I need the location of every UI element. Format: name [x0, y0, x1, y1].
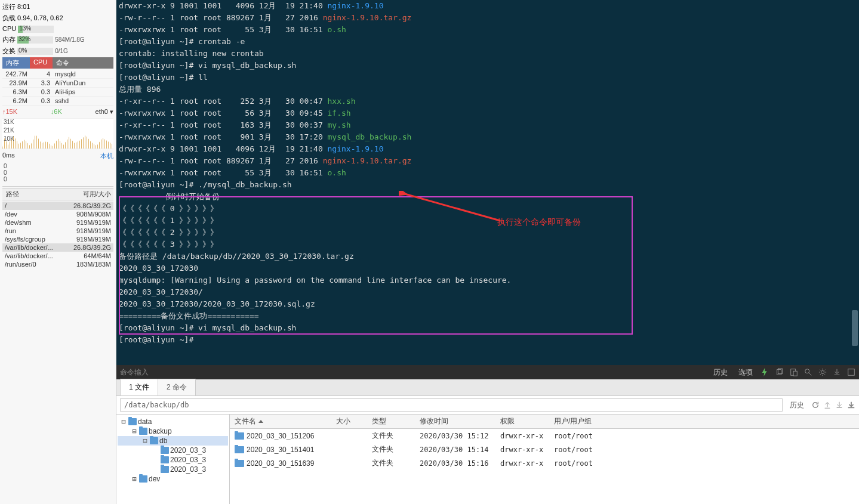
swap-percent: 0%	[19, 47, 27, 54]
latency-host[interactable]: 本机	[100, 151, 113, 160]
tree-item[interactable]: 2020_03_3	[118, 446, 228, 455]
folder-icon	[161, 447, 169, 454]
col-name[interactable]: 文件名	[230, 415, 331, 428]
tab[interactable]: 2 命令	[158, 379, 196, 395]
disk-hdr-avail: 可用/大小	[67, 188, 113, 200]
net-up: ↑15K	[2, 108, 17, 116]
folder-icon	[235, 446, 244, 453]
axis-3: 10K	[4, 135, 14, 142]
sidebar: 运行 8:01 负载 0.94, 0.78, 0.62 CPU 13% 内存 3…	[0, 0, 116, 504]
terminal-scrollbar[interactable]	[852, 310, 858, 346]
upload-icon[interactable]	[823, 401, 832, 409]
options-button[interactable]: 选项	[736, 367, 755, 378]
folder-icon	[139, 475, 147, 483]
mem-label: 内存	[2, 36, 16, 43]
svg-point-7	[821, 370, 824, 373]
file-row[interactable]: 2020_03_30_151639文件夹2020/03/30 15:16drwx…	[230, 456, 859, 470]
folder-icon	[235, 460, 244, 467]
mem-percent: 32%	[19, 36, 30, 42]
disk-row[interactable]: /dev908M/908M	[2, 210, 113, 218]
terminal[interactable]: drwxr-xr-x 9 1001 1001 4096 12月 19 21:40…	[116, 0, 859, 365]
axis-2: 21K	[4, 127, 14, 134]
proc-row[interactable]: 23.9M3.3AliYunDun	[2, 79, 113, 88]
tree-toggle-icon[interactable]: ⊞	[131, 475, 138, 483]
net-down: ↓6K	[51, 108, 62, 116]
mem-text: 584M/1.8G	[55, 36, 84, 43]
proc-row[interactable]: 6.3M0.3AliHips	[2, 88, 113, 97]
tab[interactable]: 1 文件	[120, 379, 158, 395]
search-icon[interactable]	[804, 368, 812, 376]
annotation-text: 执行这个命令即可备份	[497, 216, 581, 228]
tree-item[interactable]: 2020_03_3	[118, 465, 228, 474]
net-iface[interactable]: eth0 ▾	[96, 108, 113, 116]
disk-row[interactable]: /dev/shm919M/919M	[2, 218, 113, 227]
tree-item[interactable]: ⊟db	[118, 436, 228, 446]
download-file-icon[interactable]	[835, 401, 843, 409]
folder-icon	[128, 418, 137, 425]
proc-row[interactable]: 6.2M0.3sshd	[2, 97, 113, 106]
refresh-icon[interactable]	[811, 401, 820, 409]
swap-row: 交换 0% 0/1G	[2, 46, 113, 56]
disk-row[interactable]: /run918M/919M	[2, 227, 113, 235]
download-icon[interactable]	[833, 368, 841, 376]
svg-line-0	[405, 194, 500, 221]
history-button[interactable]: 历史	[711, 367, 730, 378]
disk-row[interactable]: /var/lib/docker/...26.8G/39.2G	[2, 243, 113, 252]
bolt-icon[interactable]	[761, 368, 769, 376]
download-all-icon[interactable]	[847, 401, 855, 409]
col-type[interactable]: 类型	[367, 415, 415, 428]
disk-row[interactable]: /sys/fs/cgroup919M/919M	[2, 235, 113, 243]
path-input[interactable]: /data/backup/db	[120, 398, 783, 412]
expand-icon[interactable]	[847, 368, 855, 376]
tree-item[interactable]: ⊟data	[118, 417, 228, 426]
tree-toggle-icon[interactable]: ⊟	[141, 437, 149, 445]
file-toolbar: /data/backup/db 历史	[116, 396, 859, 415]
file-list-header: 文件名 大小 类型 修改时间 权限 用户/用户组	[230, 415, 859, 429]
col-perm[interactable]: 权限	[495, 415, 549, 428]
tree-item[interactable]: 2020_03_3	[118, 455, 228, 465]
disk-row[interactable]: /run/user/0183M/183M	[2, 260, 113, 268]
proc-table: 242.7M4mysqld23.9M3.3AliYunDun6.3M0.3Ali…	[2, 70, 113, 106]
gear-icon[interactable]	[818, 368, 827, 376]
load: 负载 0.94, 0.78, 0.62	[2, 13, 113, 23]
disk-row[interactable]: /26.8G/39.2G	[2, 202, 113, 210]
col-owner[interactable]: 用户/用户组	[549, 415, 859, 428]
swap-text: 0/1G	[55, 48, 68, 54]
folder-tree[interactable]: ⊟data⊟backup⊟db2020_03_32020_03_32020_03…	[116, 415, 230, 504]
col-size[interactable]: 大小	[331, 415, 367, 428]
file-list[interactable]: 文件名 大小 类型 修改时间 权限 用户/用户组 2020_03_30_1512…	[230, 415, 859, 504]
hdr-cmd: 命令	[53, 57, 113, 69]
folder-icon	[150, 437, 158, 444]
path-history-button[interactable]: 历史	[786, 399, 808, 412]
folder-icon	[161, 456, 169, 463]
file-row[interactable]: 2020_03_30_151206文件夹2020/03/30 15:12drwx…	[230, 429, 859, 443]
tree-toggle-icon[interactable]: ⊟	[120, 418, 127, 426]
file-row[interactable]: 2020_03_30_151401文件夹2020/03/30 15:14drwx…	[230, 443, 859, 456]
folder-icon	[235, 432, 244, 440]
folder-icon	[139, 428, 147, 435]
copy-icon[interactable]	[775, 368, 784, 376]
mem-row: 内存 32% 584M/1.8G	[2, 35, 113, 45]
disk-header: 路径 可用/大小	[2, 188, 113, 200]
svg-point-5	[805, 369, 809, 373]
latency-ms: 0ms	[2, 151, 15, 160]
latency-row: 0ms 本机	[2, 150, 113, 162]
tree-toggle-icon[interactable]: ⊟	[131, 427, 138, 435]
disk-row[interactable]: /var/lib/docker/...64M/64M	[2, 252, 113, 260]
tree-item[interactable]: ⊞dev	[118, 474, 228, 484]
cpu-percent: 13%	[19, 25, 31, 32]
latency-chart: 0 0 0	[2, 163, 113, 187]
paste-icon[interactable]	[790, 368, 798, 376]
net-chart: 31K 21K 10K	[2, 118, 113, 149]
command-bar: 命令输入 历史 选项	[116, 365, 859, 379]
uptime: 运行 8:01	[2, 2, 113, 12]
swap-label: 交换	[2, 47, 16, 54]
col-modified[interactable]: 修改时间	[415, 415, 495, 428]
proc-row[interactable]: 242.7M4mysqld	[2, 70, 113, 79]
arrow-icon	[399, 191, 512, 227]
command-input[interactable]: 命令输入	[120, 367, 705, 378]
svg-rect-8	[848, 369, 855, 376]
tree-item[interactable]: ⊟backup	[118, 426, 228, 436]
disk-hdr-path: 路径	[2, 188, 67, 200]
folder-icon	[161, 466, 169, 473]
